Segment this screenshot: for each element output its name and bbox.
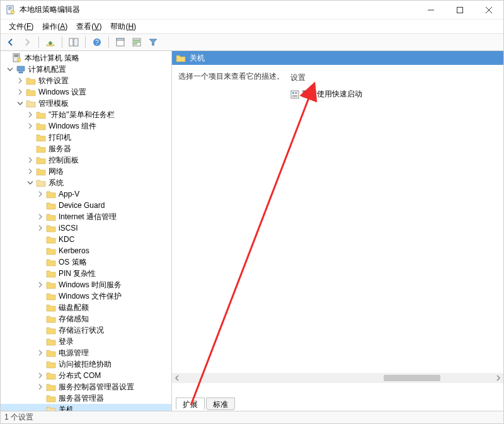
- tree-servers[interactable]: 服务器: [1, 143, 171, 154]
- tree-item-storage-runtime[interactable]: 存储运行状况: [1, 324, 171, 336]
- tree-computer-config[interactable]: 计算机配置: [1, 64, 171, 75]
- twisty-collapsed-icon[interactable]: [36, 371, 45, 380]
- tree-item-kdc[interactable]: KDC: [1, 234, 171, 245]
- close-button[interactable]: [474, 1, 503, 19]
- toolbar-separator: [62, 37, 62, 48]
- tree-windows-components[interactable]: Windows 组件: [1, 120, 171, 132]
- tree-printers[interactable]: 打印机: [1, 132, 171, 143]
- tree-item-distributed-com[interactable]: 分布式 COM: [1, 370, 171, 381]
- twisty-collapsed-icon[interactable]: [36, 224, 45, 232]
- twisty-collapsed-icon[interactable]: [26, 167, 35, 176]
- tree-admin-templates[interactable]: 管理模板: [1, 98, 171, 109]
- twisty-collapsed-icon[interactable]: [36, 348, 45, 357]
- settings-list: 设置 要求使用快速启动: [289, 71, 500, 397]
- svg-point-20: [17, 58, 21, 62]
- folder-open-icon: [26, 98, 36, 108]
- tree-control-panel[interactable]: 控制面板: [1, 154, 171, 166]
- tree-item-kerberos[interactable]: Kerberos: [1, 245, 171, 256]
- tree-item-power-management[interactable]: 电源管理: [1, 347, 171, 358]
- folder-icon: [46, 325, 56, 335]
- toolbar-separator: [38, 37, 39, 48]
- column-header-setting[interactable]: 设置: [289, 72, 500, 83]
- twisty-expanded-icon[interactable]: [16, 99, 25, 108]
- setting-item[interactable]: 要求使用快速启动: [289, 88, 500, 100]
- tab-extended[interactable]: 扩展: [176, 398, 205, 410]
- menu-action[interactable]: 操作(A): [38, 20, 72, 33]
- twisty-expanded-icon[interactable]: [26, 178, 35, 187]
- up-button[interactable]: [43, 35, 58, 50]
- tree-network[interactable]: 网络: [1, 166, 171, 177]
- folder-icon: [26, 76, 36, 86]
- svg-rect-22: [19, 72, 23, 73]
- back-button[interactable]: [3, 35, 18, 50]
- main-header: 关机: [172, 51, 503, 65]
- tree-item-windows-file-protection[interactable]: Windows 文件保护: [1, 290, 171, 302]
- tree-item-iscsi[interactable]: iSCSI: [1, 222, 171, 234]
- twisty-collapsed-icon[interactable]: [16, 76, 25, 85]
- tree-sidebar[interactable]: 本地计算机 策略 计算机配置 软件设置 Windows 设置: [1, 51, 172, 411]
- tree-item-disk-quota[interactable]: 磁盘配额: [1, 302, 171, 313]
- tree-item-access-denied[interactable]: 访问被拒绝协助: [1, 358, 171, 370]
- folder-icon: [46, 280, 56, 290]
- help-button[interactable]: ?: [89, 35, 105, 50]
- horizontal-scrollbar[interactable]: [172, 373, 503, 383]
- filter-button[interactable]: [146, 35, 161, 50]
- tree-item-windows-time[interactable]: Windows 时间服务: [1, 279, 171, 290]
- scroll-left-icon[interactable]: [172, 373, 182, 383]
- tree-item-appv[interactable]: App-V: [1, 188, 171, 200]
- scrollbar-thumb[interactable]: [384, 375, 440, 381]
- folder-icon: [46, 359, 56, 369]
- tree-item-server-manager[interactable]: 服务器管理器: [1, 392, 171, 404]
- tree-item-storage-sense[interactable]: 存储感知: [1, 313, 171, 324]
- twisty-collapsed-icon[interactable]: [36, 382, 45, 391]
- tree-system[interactable]: 系统: [1, 177, 171, 188]
- tree-label: 关机: [59, 404, 74, 411]
- menu-view[interactable]: 查看(V): [72, 20, 106, 33]
- twisty-collapsed-icon[interactable]: [36, 280, 45, 289]
- tree-software-settings[interactable]: 软件设置: [1, 75, 171, 86]
- properties-button[interactable]: [113, 35, 128, 50]
- show-hide-tree-button[interactable]: [66, 35, 81, 50]
- description-prompt: 选择一个项目来查看它的描述。: [178, 72, 284, 81]
- folder-icon: [46, 234, 56, 244]
- twisty-collapsed-icon[interactable]: [26, 110, 35, 119]
- tree-label: 本地计算机 策略: [25, 53, 79, 64]
- window-title: 本地组策略编辑器: [20, 4, 416, 15]
- tree-item-shutdown[interactable]: 关机: [1, 404, 171, 411]
- maximize-button[interactable]: [445, 1, 474, 19]
- svg-rect-19: [14, 56, 18, 57]
- folder-icon: [36, 121, 46, 131]
- twisty-collapsed-icon[interactable]: [26, 122, 35, 130]
- tree-windows-settings[interactable]: Windows 设置: [1, 86, 171, 98]
- twisty-collapsed-icon[interactable]: [26, 156, 35, 164]
- svg-point-4: [11, 10, 14, 14]
- folder-icon: [46, 200, 56, 210]
- svg-rect-6: [47, 45, 54, 46]
- folder-icon: [26, 87, 36, 97]
- svg-rect-12: [117, 38, 124, 40]
- twisty-collapsed-icon[interactable]: [16, 88, 25, 96]
- tree-start-taskbar[interactable]: "开始"菜单和任务栏: [1, 109, 171, 120]
- twisty-expanded-icon[interactable]: [6, 65, 14, 74]
- tree-item-logon[interactable]: 登录: [1, 336, 171, 347]
- folder-icon: [46, 223, 56, 233]
- filter-options-button[interactable]: [129, 35, 144, 50]
- tree-item-device-guard[interactable]: Device Guard: [1, 200, 171, 211]
- tree-label: Internet 通信管理: [59, 212, 117, 222]
- tree-item-pin-complexity[interactable]: PIN 复杂性: [1, 268, 171, 279]
- twisty-collapsed-icon[interactable]: [36, 190, 45, 198]
- tree-label: 服务器管理器: [59, 393, 104, 404]
- minimize-button[interactable]: [416, 1, 445, 19]
- tree-item-internet-comm[interactable]: Internet 通信管理: [1, 211, 171, 222]
- tree-label: 访问被拒绝协助: [59, 359, 112, 370]
- scroll-right-icon[interactable]: [493, 373, 503, 383]
- tree-label: 存储感知: [59, 314, 89, 324]
- tab-standard[interactable]: 标准: [206, 398, 235, 410]
- menu-help[interactable]: 帮助(H): [106, 20, 140, 33]
- tree-root[interactable]: 本地计算机 策略: [1, 52, 171, 64]
- menu-file[interactable]: 文件(F): [4, 20, 38, 33]
- twisty-collapsed-icon[interactable]: [36, 212, 45, 221]
- window-controls: [416, 1, 503, 19]
- tree-item-os-policy[interactable]: OS 策略: [1, 256, 171, 268]
- tree-item-server-control-manager[interactable]: 服务控制器管理器设置: [1, 381, 171, 392]
